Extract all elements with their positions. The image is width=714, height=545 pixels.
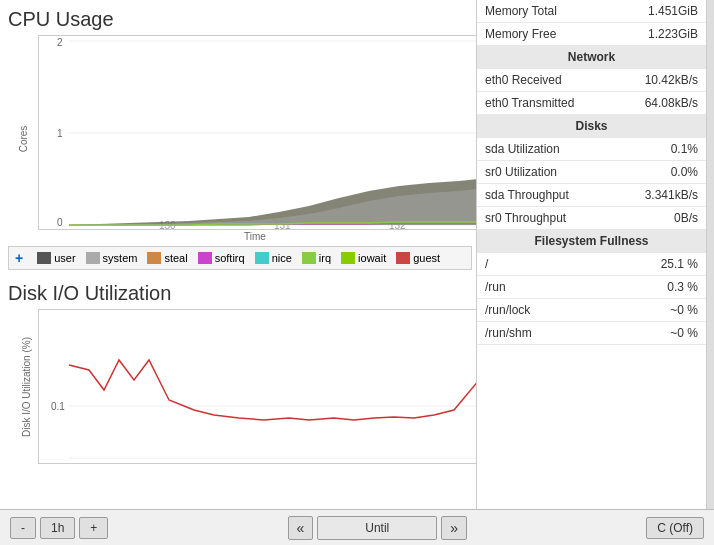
sr0-utilization-row: sr0 Utilization 0.0% <box>477 161 706 184</box>
disks-header-row: Disks <box>477 115 706 138</box>
fs-run-label: /run <box>477 276 615 299</box>
sda-throughput-label: sda Throughput <box>477 184 615 207</box>
nav-controls: « Until » <box>288 516 468 540</box>
fs-run-shm-row: /run/shm ~0 % <box>477 322 706 345</box>
sda-utilization-label: sda Utilization <box>477 138 615 161</box>
fs-run-lock-label: /run/lock <box>477 299 615 322</box>
iowait-label: iowait <box>358 252 386 264</box>
guest-label: guest <box>413 252 440 264</box>
legend-user: user <box>37 252 75 264</box>
softirq-color <box>198 252 212 264</box>
nice-color <box>255 252 269 264</box>
disk-y-label: Disk I/O Utilization (%) <box>21 336 32 436</box>
memory-free-value: 1.223GiB <box>615 23 706 46</box>
disks-header: Disks <box>477 115 706 138</box>
sda-utilization-value: 0.1% <box>615 138 706 161</box>
memory-total-row: Memory Total 1.451GiB <box>477 0 706 23</box>
rewind-button[interactable]: « <box>288 516 314 540</box>
softirq-label: softirq <box>215 252 245 264</box>
cpu-x-label: Time <box>38 231 472 242</box>
scrollbar[interactable] <box>706 0 714 509</box>
memory-free-row: Memory Free 1.223GiB <box>477 23 706 46</box>
sr0-utilization-label: sr0 Utilization <box>477 161 615 184</box>
irq-label: irq <box>319 252 331 264</box>
svg-text:0.1: 0.1 <box>51 401 65 412</box>
iowait-color <box>341 252 355 264</box>
bottom-toolbar: - 1h + « Until » C (Off) <box>0 509 714 545</box>
zoom-out-button[interactable]: - <box>10 517 36 539</box>
disk-chart-title: Disk I/O Utilization <box>8 282 472 305</box>
eth0-transmitted-row: eth0 Transmitted 64.08kB/s <box>477 92 706 115</box>
legend-guest: guest <box>396 252 440 264</box>
fs-root-label: / <box>477 253 615 276</box>
fs-run-lock-value: ~0 % <box>615 299 706 322</box>
sda-throughput-row: sda Throughput 3.341kB/s <box>477 184 706 207</box>
filesystem-header-row: Filesystem Fullness <box>477 230 706 253</box>
eth0-transmitted-value: 64.08kB/s <box>615 92 706 115</box>
fs-run-shm-value: ~0 % <box>615 322 706 345</box>
fs-run-row: /run 0.3 % <box>477 276 706 299</box>
legend-system: system <box>86 252 138 264</box>
filesystem-header: Filesystem Fullness <box>477 230 706 253</box>
sda-throughput-value: 3.341kB/s <box>615 184 706 207</box>
memory-free-label: Memory Free <box>477 23 615 46</box>
memory-total-value: 1.451GiB <box>615 0 706 23</box>
network-header: Network <box>477 46 706 69</box>
fs-run-value: 0.3 % <box>615 276 706 299</box>
refresh-button[interactable]: C (Off) <box>646 517 704 539</box>
legend-nice: nice <box>255 252 292 264</box>
user-color <box>37 252 51 264</box>
disk-chart: 0.1 <box>38 309 476 464</box>
svg-text:2: 2 <box>57 37 63 48</box>
svg-text:1: 1 <box>57 128 63 139</box>
legend-bar: + user system steal softirq nice <box>8 246 472 270</box>
cpu-chart-title: CPU Usage <box>8 8 472 31</box>
eth0-received-value: 10.42kB/s <box>615 69 706 92</box>
sr0-utilization-value: 0.0% <box>615 161 706 184</box>
irq-color <box>302 252 316 264</box>
user-label: user <box>54 252 75 264</box>
eth0-received-row: eth0 Received 10.42kB/s <box>477 69 706 92</box>
nice-label: nice <box>272 252 292 264</box>
fs-root-row: / 25.1 % <box>477 253 706 276</box>
svg-text:0: 0 <box>57 217 63 228</box>
cpu-y-label: Cores <box>18 125 29 152</box>
fs-root-value: 25.1 % <box>615 253 706 276</box>
period-button[interactable]: 1h <box>40 517 75 539</box>
refresh-controls: C (Off) <box>646 517 704 539</box>
until-display: Until <box>317 516 437 540</box>
stats-table: Memory Total 1.451GiB Memory Free 1.223G… <box>477 0 706 345</box>
legend-steal: steal <box>147 252 187 264</box>
sda-utilization-row: sda Utilization 0.1% <box>477 138 706 161</box>
fs-run-shm-label: /run/shm <box>477 322 615 345</box>
sr0-throughput-value: 0B/s <box>615 207 706 230</box>
zoom-in-button[interactable]: + <box>79 517 108 539</box>
fs-run-lock-row: /run/lock ~0 % <box>477 299 706 322</box>
steal-color <box>147 252 161 264</box>
zoom-controls: - 1h + <box>10 517 108 539</box>
system-color <box>86 252 100 264</box>
cpu-chart: 2 1 0 130 131 132 <box>38 35 476 230</box>
guest-color <box>396 252 410 264</box>
legend-iowait: iowait <box>341 252 386 264</box>
legend-softirq: softirq <box>198 252 245 264</box>
sr0-throughput-row: sr0 Throughput 0B/s <box>477 207 706 230</box>
network-header-row: Network <box>477 46 706 69</box>
eth0-transmitted-label: eth0 Transmitted <box>477 92 615 115</box>
legend-irq: irq <box>302 252 331 264</box>
sr0-throughput-label: sr0 Throughput <box>477 207 615 230</box>
eth0-received-label: eth0 Received <box>477 69 615 92</box>
steal-label: steal <box>164 252 187 264</box>
stats-panel: Memory Total 1.451GiB Memory Free 1.223G… <box>476 0 706 509</box>
forward-button[interactable]: » <box>441 516 467 540</box>
system-label: system <box>103 252 138 264</box>
expand-button[interactable]: + <box>15 250 23 266</box>
memory-total-label: Memory Total <box>477 0 615 23</box>
